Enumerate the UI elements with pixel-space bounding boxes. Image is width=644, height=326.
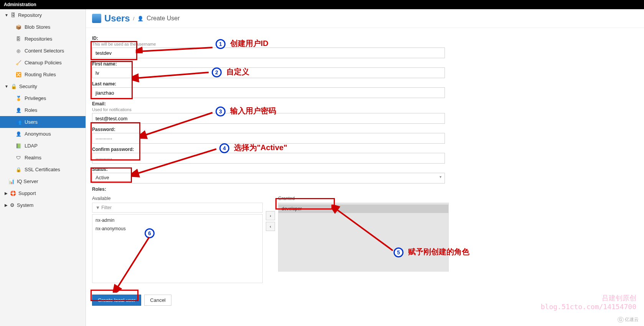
brand-label: G 亿速云 bbox=[618, 316, 639, 323]
sidebar-item-content-selectors[interactable]: ◎Content Selectors bbox=[0, 45, 86, 57]
email-help: Used for notifications bbox=[92, 107, 638, 112]
support-icon: 🛟 bbox=[10, 190, 16, 196]
id-input[interactable] bbox=[92, 48, 445, 58]
id-help: This will be used as the username bbox=[92, 42, 638, 46]
users-icon: 👥 bbox=[15, 120, 21, 125]
db-icon: 🗄 bbox=[15, 36, 21, 42]
sidebar-item-cleanup-policies[interactable]: 🧹Cleanup Policies bbox=[0, 57, 86, 69]
create-local-user-button[interactable]: Create local user bbox=[92, 295, 141, 306]
repository-icon: 🗄 bbox=[11, 12, 16, 18]
sidebar: ▼ 🗄 Repository 📦Blob Stores 🗄Repositorie… bbox=[0, 9, 86, 326]
status-select[interactable]: Active ▾ bbox=[92, 173, 445, 183]
sidebar-item-ldap[interactable]: 📗LDAP bbox=[0, 140, 86, 152]
role-item[interactable]: nx-admin bbox=[92, 216, 262, 224]
topbar-title: Administration bbox=[4, 2, 36, 7]
sidebar-item-routing-rules[interactable]: 🔀Routing Rules bbox=[0, 69, 86, 80]
create-user-form: ID: This will be used as the username Fi… bbox=[86, 28, 644, 313]
firstname-label: First name: bbox=[92, 61, 638, 67]
caret-down-icon: ▼ bbox=[5, 84, 8, 88]
users-header-icon bbox=[92, 14, 101, 23]
cancel-button[interactable]: Cancel bbox=[144, 295, 171, 306]
password-input[interactable] bbox=[92, 133, 445, 144]
breadcrumb: Create User bbox=[147, 15, 180, 22]
sidebar-item-anonymous[interactable]: 👤Anonymous bbox=[0, 128, 86, 140]
sidebar-item-repositories[interactable]: 🗄Repositories bbox=[0, 33, 86, 45]
page-header: Users / 👤 Create User bbox=[86, 9, 644, 28]
caret-right-icon: ▶ bbox=[5, 191, 8, 195]
email-input[interactable] bbox=[92, 113, 445, 124]
topbar: Administration bbox=[0, 0, 644, 9]
security-icon: 🔒 bbox=[11, 84, 17, 89]
lastname-input[interactable] bbox=[92, 87, 445, 98]
badge-icon: 🏅 bbox=[15, 96, 21, 101]
id-label: ID: bbox=[92, 36, 638, 41]
iq-icon: 📊 bbox=[8, 179, 15, 184]
sidebar-item-iq-server[interactable]: 📊IQ Server bbox=[0, 175, 86, 187]
role-item[interactable]: nx-anonymous bbox=[92, 224, 262, 233]
blob-icon: 📦 bbox=[15, 25, 21, 30]
filter-icon: ▼ bbox=[96, 205, 100, 210]
sidebar-item-roles[interactable]: 👤Roles bbox=[0, 104, 86, 116]
chevron-down-icon: ▾ bbox=[440, 175, 441, 179]
confirm-label: Confirm password: bbox=[92, 147, 638, 152]
cert-icon: 🔒 bbox=[15, 167, 21, 172]
book-icon: 📗 bbox=[15, 143, 21, 149]
roles-label: Roles: bbox=[92, 187, 638, 192]
anon-icon: 👤 bbox=[15, 131, 21, 137]
confirm-input[interactable] bbox=[92, 153, 445, 164]
sidebar-item-users[interactable]: 👥Users bbox=[0, 116, 86, 128]
status-label: Status: bbox=[92, 167, 638, 172]
user-small-icon: 👤 bbox=[137, 16, 143, 21]
available-label: Available bbox=[92, 196, 263, 201]
shield-icon: 🛡 bbox=[15, 155, 21, 161]
lastname-label: Last name: bbox=[92, 81, 638, 87]
page-title: Users bbox=[104, 13, 130, 24]
granted-roles-list[interactable]: developer bbox=[278, 203, 449, 272]
roles-filter[interactable]: ▼ Filter bbox=[92, 203, 263, 213]
sidebar-item-realms[interactable]: 🛡Realms bbox=[0, 152, 86, 164]
sidebar-section-support[interactable]: ▶🛟Support bbox=[0, 187, 86, 199]
sidebar-section-system[interactable]: ▶⚙System bbox=[0, 199, 86, 211]
breadcrumb-sep: / bbox=[133, 16, 135, 21]
sidebar-section-repository[interactable]: ▼ 🗄 Repository bbox=[0, 9, 86, 21]
password-label: Password: bbox=[92, 127, 638, 132]
role-item[interactable]: developer bbox=[278, 205, 448, 213]
caret-down-icon: ▼ bbox=[5, 13, 8, 17]
email-label: Email: bbox=[92, 101, 638, 106]
firstname-input[interactable] bbox=[92, 67, 445, 78]
broom-icon: 🧹 bbox=[15, 60, 21, 66]
gear-icon: ⚙ bbox=[10, 202, 15, 208]
sidebar-item-ssl[interactable]: 🔒SSL Certificates bbox=[0, 164, 86, 175]
status-value: Active bbox=[96, 175, 109, 180]
move-left-button[interactable]: ‹ bbox=[266, 222, 275, 231]
sidebar-item-blob-stores[interactable]: 📦Blob Stores bbox=[0, 21, 86, 33]
person-icon: 👤 bbox=[15, 108, 21, 113]
target-icon: ◎ bbox=[15, 48, 21, 54]
sidebar-item-privileges[interactable]: 🏅Privileges bbox=[0, 92, 86, 104]
sidebar-section-security[interactable]: ▼ 🔒 Security bbox=[0, 80, 86, 92]
main-content: Users / 👤 Create User ID: This will be u… bbox=[86, 9, 644, 326]
available-roles-list[interactable]: nx-admin nx-anonymous bbox=[92, 214, 263, 283]
granted-label: Granted bbox=[278, 196, 449, 201]
route-icon: 🔀 bbox=[15, 72, 21, 77]
move-right-button[interactable]: › bbox=[266, 211, 275, 220]
caret-right-icon: ▶ bbox=[5, 203, 8, 207]
